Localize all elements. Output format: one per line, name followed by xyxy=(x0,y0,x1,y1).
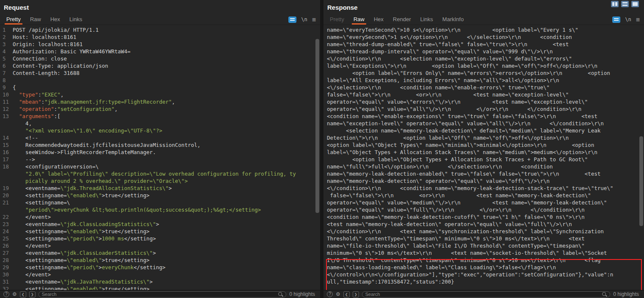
search-next-button[interactable]: ❯ xyxy=(29,291,36,298)
search-icon[interactable] xyxy=(278,292,283,297)
tab-raw[interactable]: Raw xyxy=(25,14,46,25)
response-code-line: <condition name=\"enable-exceptions\" tr… xyxy=(323,113,644,120)
request-highlights-count: 0 highlights xyxy=(289,291,317,297)
line-number: 11 xyxy=(0,98,13,105)
pretty-format-icon[interactable] xyxy=(612,17,620,23)
line-number: 17 xyxy=(0,156,13,163)
line-number xyxy=(0,120,13,127)
request-code-line: "period\">everyChunk &lt;%out.println(&q… xyxy=(0,206,320,213)
line-number: 3 xyxy=(0,41,13,48)
line-number: 4 xyxy=(0,48,13,55)
line-number: 13 xyxy=(0,113,13,120)
layout-rows-icon[interactable] xyxy=(621,1,629,7)
request-code-line: 28 <settingname=\"enabled\">true</settin… xyxy=(0,257,320,264)
request-code-line: 25 <settingname=\"period\">1000 ms</sett… xyxy=(0,235,320,242)
response-code-line: name=\"full\">full<\/option>\r\n <\/sele… xyxy=(323,163,644,170)
newline-toggle-button[interactable]: \n xyxy=(625,17,631,22)
response-scrollbar-thumb[interactable] xyxy=(639,136,643,226)
search-next-button[interactable]: ❯ xyxy=(353,291,359,298)
request-code-line: pically around 2 % overhead.\" provider=… xyxy=(0,177,320,185)
response-code-line: operator=\"equal\" value=\"medium\"\/>\r… xyxy=(323,199,644,206)
response-code-line: label=\"All Exceptions, including Errors… xyxy=(323,77,644,84)
pretty-format-icon[interactable] xyxy=(288,17,296,23)
response-code-line: operator=\"equal\" value=\"errors\"\/>\r… xyxy=(323,98,644,105)
request-code-line: 29 <settingname=\"period\">everyChunk</s… xyxy=(0,264,320,271)
search-prev-button[interactable]: ❮ xyxy=(20,291,26,298)
line-number: 27 xyxy=(0,249,13,257)
newline-toggle-button[interactable]: \n xyxy=(301,17,307,22)
response-code-line: Detection\">\r\n <option label=\"Off\" n… xyxy=(323,134,644,141)
tab-pretty[interactable]: Pretty xyxy=(2,14,25,25)
tab-markinfo[interactable]: MarkInfo xyxy=(438,14,469,25)
tab-pretty[interactable]: Pretty xyxy=(325,14,349,25)
line-number: 25 xyxy=(0,235,13,242)
tab-links[interactable]: Links xyxy=(416,14,438,25)
response-code-line: name=\"file-io-threshold\" label=\"File … xyxy=(323,242,644,249)
line-number: 29 xyxy=(0,264,13,271)
request-editor[interactable]: 1POST /api/jolokia/ HTTP/1.12Host: local… xyxy=(0,25,320,290)
request-code-line: 14 <!-- xyxy=(0,134,320,141)
tab-raw[interactable]: Raw xyxy=(349,14,369,25)
response-search-input[interactable] xyxy=(365,292,602,297)
editor-menu-icon[interactable]: ≡ xyxy=(636,17,640,23)
response-code: name=\"everyTenSecond\">10 s<\/option>\r… xyxy=(323,26,644,285)
line-number: 22 xyxy=(0,213,13,221)
tab-links[interactable]: Links xyxy=(65,14,87,25)
settings-gear-icon[interactable]: ⚙ xyxy=(336,291,340,297)
request-header: Request xyxy=(0,0,320,14)
response-code-line: name=\"class-loading-enabled\" label=\"C… xyxy=(323,264,644,271)
message-editor-app: Request PrettyRawHexLinks \n ≡ 1POST /ap… xyxy=(0,0,644,298)
line-number: 7 xyxy=(0,69,13,77)
request-code-line: 10 "type":"EXEC", xyxy=(0,91,320,98)
line-number: 31 xyxy=(0,278,13,285)
response-code-line: false=\"false\">\r\n <or>\r\n <test name… xyxy=(323,91,644,98)
response-code-line: minimum=\"0 s\">10 ms<\/text>\r\n <text … xyxy=(323,249,644,257)
request-code-line: 9{ xyxy=(0,84,320,91)
tab-hex[interactable]: Hex xyxy=(369,14,388,25)
response-editor[interactable]: name=\"everyTenSecond\">10 s<\/option>\r… xyxy=(323,25,644,290)
response-code-line: I\/O Threshold\" contentType=\"timespan\… xyxy=(323,257,644,264)
line-number: 2 xyxy=(0,33,13,41)
tab-hex[interactable]: Hex xyxy=(46,14,65,25)
response-code-line: name=\"everySecond\">1 s<\/option>\r\n <… xyxy=(323,33,644,41)
response-code-line: name=\"exception-level\" operator=\"equa… xyxy=(323,120,644,127)
request-code-line: 16 seeWindow->FlightRecorderTemplateMana… xyxy=(0,149,320,156)
request-code-line: 21 <settingname=\ xyxy=(0,199,320,206)
response-code-line: <selection name=\"memory-leak-detection\… xyxy=(323,127,644,134)
line-number: 12 xyxy=(0,105,13,113)
response-code-line: name=\"everyTenSecond\">10 s<\/option>\r… xyxy=(323,26,644,33)
search-prev-button[interactable]: ❮ xyxy=(343,291,350,298)
response-scrollbar[interactable] xyxy=(639,26,644,289)
line-number: 30 xyxy=(0,271,13,278)
settings-gear-icon[interactable]: ⚙ xyxy=(12,291,17,297)
request-scrollbar[interactable] xyxy=(315,26,320,289)
request-editor-tools: \n ≡ xyxy=(288,14,317,25)
line-number xyxy=(0,170,13,177)
line-number: 20 xyxy=(0,192,13,199)
help-icon[interactable]: ? xyxy=(3,291,9,297)
request-search-input[interactable] xyxy=(42,292,278,297)
response-search-box[interactable] xyxy=(362,291,611,298)
request-code-line: 7Content-Length: 31688 xyxy=(0,69,320,77)
tab-render[interactable]: Render xyxy=(388,14,416,25)
help-icon[interactable]: ? xyxy=(327,291,333,297)
layout-single-icon[interactable] xyxy=(631,1,639,7)
response-code-line: Threshold\" contentType=\"timespan\" min… xyxy=(323,235,644,242)
response-title: Response xyxy=(327,4,358,11)
line-number xyxy=(0,206,13,213)
panel-divider[interactable] xyxy=(320,0,323,298)
search-icon[interactable] xyxy=(602,292,607,297)
request-code-line: 5Connection: close xyxy=(0,55,320,62)
request-code: 1POST /api/jolokia/ HTTP/1.12Host: local… xyxy=(0,26,320,290)
response-code-line: name=\"memory-leak-detection\" operator=… xyxy=(323,177,644,185)
response-panel: Response PrettyRawHexRenderLinksMarkInfo… xyxy=(323,0,644,298)
request-code-line: 18 <configurationversion=\ xyxy=(0,163,320,170)
layout-columns-icon[interactable] xyxy=(611,1,619,7)
line-number: 16 xyxy=(0,149,13,156)
request-code-line: 4Authorization: Basic YWRtaW46YWRtaW4= xyxy=(0,48,320,55)
editor-menu-icon[interactable]: ≡ xyxy=(312,17,316,23)
request-search-box[interactable] xyxy=(38,291,287,298)
response-code-line: <option label=\"Errors Only\" name=\"err… xyxy=(323,69,644,77)
request-scrollbar-thumb[interactable] xyxy=(315,39,319,213)
response-code-line: name=\"memory-leak-detection-enabled\" t… xyxy=(323,170,644,177)
